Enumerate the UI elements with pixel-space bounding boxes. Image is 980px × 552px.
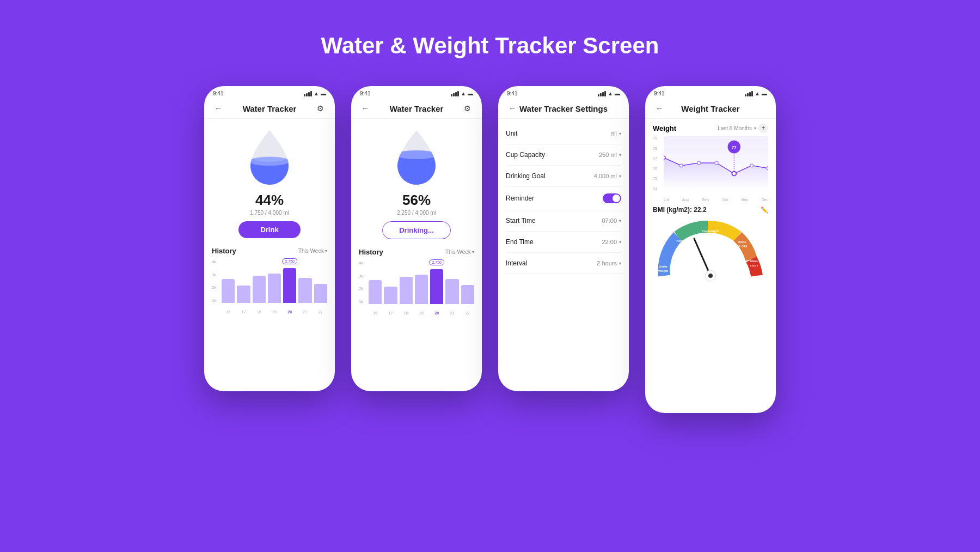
phone-screen-2: 9:41 ▲ ▬ ← Water Tracker ⚙ (351, 86, 482, 391)
reminder-toggle[interactable] (603, 193, 621, 203)
signal-icon-4 (745, 91, 753, 96)
weight-controls: Last 6 Months ▾ + (718, 123, 768, 133)
time-2: 9:41 (360, 90, 370, 96)
svg-point-13 (750, 164, 754, 167)
weight-chart-title: Weight (653, 124, 676, 132)
settings-label-cup: Cup Capacity (506, 151, 545, 159)
nav-title-1: Water Tracker (243, 104, 297, 113)
back-button-1[interactable]: ← (212, 102, 225, 115)
battery-icon-3: ▬ (615, 90, 620, 96)
history-header-2: History This Week ▾ (359, 248, 474, 256)
history-header-1: History This Week ▾ (212, 247, 327, 255)
percent-2: 56% (351, 192, 482, 209)
settings-row-interval[interactable]: Interval 2 hours ▾ (506, 253, 621, 274)
bar (237, 286, 250, 303)
nav-title-2: Water Tracker (390, 104, 444, 113)
svg-text:25 - 29.9: 25 - 29.9 (705, 234, 716, 237)
settings-label-end: End Time (506, 238, 534, 246)
bar-tooltip-1: 2,750 (283, 258, 298, 264)
bmi-gauge: Under Weight Normal Overweight 25 - 29.9… (653, 216, 768, 287)
settings-row-reminder[interactable]: Reminder (506, 187, 621, 210)
bar (253, 276, 266, 303)
settings-label-reminder: Reminder (506, 195, 534, 202)
battery-icon-4: ▬ (762, 90, 767, 96)
history-title-1: History (212, 247, 236, 255)
settings-value-start: 07:00 ▾ (602, 217, 621, 224)
svg-point-6 (679, 164, 683, 167)
back-button-3[interactable]: ← (506, 102, 519, 115)
settings-icon-2[interactable]: ⚙ (461, 102, 474, 115)
bar (222, 279, 235, 303)
svg-text:30 - 34.9: 30 - 34.9 (737, 245, 747, 248)
settings-label-unit: Unit (506, 130, 517, 137)
settings-label-start: Start Time (506, 217, 536, 225)
time-3: 9:41 (507, 90, 517, 96)
x-labels-2: 16 17 18 19 20 21 22 (369, 311, 474, 315)
settings-row-end[interactable]: End Time 22:00 ▾ (506, 232, 621, 253)
bar-group-5: 2,750 (283, 259, 296, 303)
status-bar-4: 9:41 ▲ ▬ (645, 86, 776, 99)
wifi-icon-1: ▲ (314, 90, 319, 96)
weight-header: Weight Last 6 Months ▾ + (653, 123, 768, 133)
bar (445, 279, 458, 304)
settings-row-unit[interactable]: Unit ml ▾ (506, 123, 621, 144)
chevron-filter-2: ▾ (472, 250, 474, 254)
settings-label-goal: Drinking Goal (506, 172, 546, 180)
settings-value-unit: ml ▾ (610, 130, 621, 137)
water-drop-2 (351, 128, 482, 187)
back-button-4[interactable]: ← (653, 102, 666, 115)
line-chart: 797877767574 (653, 136, 768, 202)
water-drop-1 (204, 128, 335, 187)
bars-1: 2,750 (222, 259, 327, 303)
bar (461, 285, 474, 304)
line-chart-svg: 77 (664, 136, 768, 190)
bar (268, 274, 281, 303)
svg-point-26 (708, 274, 713, 278)
time-1: 9:41 (213, 90, 223, 96)
y-labels-2: 4k3k2k1k (359, 260, 363, 304)
drink-button-2[interactable]: Drinking... (382, 221, 451, 239)
settings-label-interval: Interval (506, 259, 527, 267)
battery-icon-1: ▬ (321, 90, 326, 96)
percent-1: 44% (204, 192, 335, 209)
chevron-filter-1: ▾ (325, 248, 327, 253)
y-labels-1: 4k3k2k1k (212, 259, 216, 303)
chart-area-2: 4k3k2k1k (359, 260, 474, 315)
status-icons-4: ▲ ▬ (745, 90, 767, 96)
nav-title-4: Weight Tracker (681, 104, 739, 113)
bmi-header: BMI (kg/m2): 22.2 ✏️ (653, 206, 768, 214)
svg-point-9 (732, 172, 736, 176)
svg-text:Under: Under (659, 265, 668, 268)
y-axis-labels: 797877767574 (653, 136, 657, 191)
screens-row: 9:41 ▲ ▬ ← Water Tracker ⚙ (204, 86, 776, 413)
settings-value-goal: 4,000 ml ▾ (594, 173, 621, 179)
weight-section: Weight Last 6 Months ▾ + 797877767574 (645, 123, 776, 202)
bar-active: 2,750 (283, 268, 296, 303)
weight-filter[interactable]: Last 6 Months ▾ (718, 125, 756, 131)
settings-icon-1[interactable]: ⚙ (314, 102, 327, 115)
bar-group-7 (314, 259, 327, 303)
amount-2: 2,250 / 4,000 ml (351, 210, 482, 216)
svg-point-5 (664, 156, 665, 159)
settings-row-cup[interactable]: Cup Capacity 250 ml ▾ (506, 144, 621, 166)
back-button-2[interactable]: ← (359, 102, 372, 115)
drink-button-1[interactable]: Drink (238, 221, 300, 238)
bar (298, 278, 311, 303)
settings-row-goal[interactable]: Drinking Goal 4,000 ml ▾ (506, 166, 621, 187)
svg-point-2 (254, 156, 285, 162)
history-filter-2[interactable]: This Week ▾ (445, 249, 474, 255)
svg-point-7 (697, 161, 701, 165)
bar (415, 275, 428, 304)
status-icons-2: ▲ ▬ (451, 90, 473, 96)
svg-text:Normal: Normal (677, 239, 687, 242)
time-4: 9:41 (654, 90, 664, 96)
history-filter-1[interactable]: This Week ▾ (298, 248, 327, 254)
history-title-2: History (359, 248, 383, 256)
add-weight-button[interactable]: + (758, 123, 768, 133)
svg-text:Obese: Obese (750, 260, 758, 263)
signal-icon-1 (304, 91, 312, 96)
settings-row-start[interactable]: Start Time 07:00 ▾ (506, 210, 621, 232)
edit-bmi-icon[interactable]: ✏️ (761, 207, 768, 214)
history-section-2: History This Week ▾ 4k3k2k1k (351, 248, 482, 315)
signal-icon-3 (598, 91, 606, 96)
